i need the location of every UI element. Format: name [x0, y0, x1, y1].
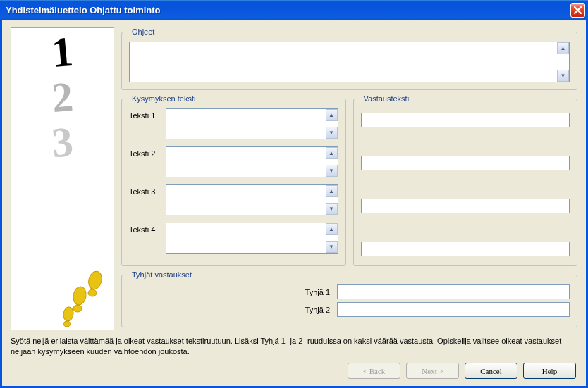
scroll-up-icon[interactable]: ▲ — [326, 185, 338, 197]
teksti2-input[interactable] — [166, 146, 338, 177]
scroll-up-icon[interactable]: ▲ — [557, 42, 569, 54]
step-number-1: 1 — [11, 27, 114, 77]
vastaus-fieldset: Vastausteksti — [353, 94, 578, 266]
tyhja2-label: Tyhjä 2 — [129, 306, 330, 314]
wizard-step-image: 1 2 3 — [11, 27, 114, 330]
tyhja1-input[interactable] — [337, 284, 570, 299]
teksti3-input[interactable] — [166, 184, 338, 215]
svg-point-0 — [87, 270, 104, 291]
tyhja2-input[interactable] — [337, 302, 570, 317]
step-number-2: 2 — [11, 72, 114, 123]
window-body: 1 2 3 Ohjeet — [0, 20, 588, 388]
footprints-icon — [60, 270, 109, 327]
help-button[interactable]: Help — [523, 363, 576, 379]
scroll-up-icon[interactable]: ▲ — [326, 147, 338, 159]
teksti2-label: Teksti 2 — [129, 146, 160, 158]
next-button: Next > — [406, 363, 459, 379]
svg-point-2 — [72, 286, 87, 306]
teksti3-label: Teksti 3 — [129, 184, 160, 196]
vastaus1-input[interactable] — [361, 113, 570, 127]
svg-point-1 — [88, 289, 97, 296]
svg-point-4 — [63, 306, 75, 322]
kysymyksen-legend: Kysymyksen teksti — [129, 94, 198, 103]
kysymyksen-fieldset: Kysymyksen teksti Teksti 1 ▲▼ Teksti 2 ▲… — [121, 94, 346, 266]
ohjeet-scrollbar: ▲ ▼ — [557, 42, 569, 82]
vastaus2-input[interactable] — [361, 156, 570, 170]
ohjeet-textarea[interactable] — [129, 42, 570, 82]
vastaus3-input[interactable] — [361, 199, 570, 213]
scroll-up-icon[interactable]: ▲ — [326, 223, 338, 235]
tyhjat-fieldset: Tyhjät vastaukset Tyhjä 1 Tyhjä 2 — [121, 270, 577, 327]
titlebar: Yhdistelmäluettelo Ohjattu toiminto — [0, 0, 588, 20]
vastaus4-input[interactable] — [361, 242, 570, 256]
svg-point-3 — [73, 305, 82, 312]
ohjeet-fieldset: Ohjeet ▲ ▼ — [121, 27, 577, 90]
vastaus-legend: Vastausteksti — [361, 94, 412, 103]
teksti4-input[interactable] — [166, 223, 338, 254]
window-title: Yhdistelmäluettelo Ohjattu toiminto — [6, 5, 570, 15]
tyhja1-label: Tyhjä 1 — [129, 288, 330, 296]
wizard-button-row: < Back Next > Cancel Help — [348, 363, 576, 379]
scroll-up-icon[interactable]: ▲ — [326, 109, 338, 121]
scroll-down-icon[interactable]: ▼ — [326, 241, 338, 253]
tyhjat-legend: Tyhjät vastaukset — [129, 270, 195, 279]
close-icon — [574, 6, 582, 14]
instruction-text: Syötä neljä erilaista väittämää ja oikea… — [11, 336, 577, 357]
scroll-down-icon[interactable]: ▼ — [326, 165, 338, 177]
svg-point-5 — [63, 321, 71, 327]
step-number-3: 3 — [11, 117, 114, 168]
scroll-down-icon[interactable]: ▼ — [326, 203, 338, 215]
teksti1-label: Teksti 1 — [129, 108, 160, 120]
teksti4-label: Teksti 4 — [129, 223, 160, 234]
ohjeet-legend: Ohjeet — [129, 27, 157, 36]
window-close-button[interactable] — [570, 3, 585, 18]
teksti1-input[interactable] — [166, 108, 338, 139]
scroll-down-icon[interactable]: ▼ — [557, 70, 569, 82]
cancel-button[interactable]: Cancel — [465, 363, 517, 379]
scroll-down-icon[interactable]: ▼ — [326, 127, 338, 139]
back-button: < Back — [348, 363, 400, 379]
